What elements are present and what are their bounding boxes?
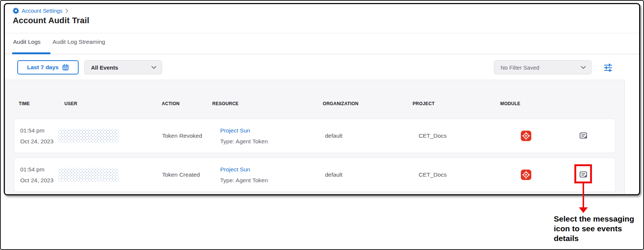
col-header-user: USER bbox=[64, 101, 78, 106]
target-module-icon bbox=[521, 170, 531, 180]
events-dropdown-value: All Events bbox=[91, 64, 151, 71]
date-range-button[interactable]: Last 7 days bbox=[17, 60, 79, 74]
tab-audit-logs[interactable]: Audit Logs bbox=[13, 39, 40, 52]
audit-log-table: TIME USER ACTION RESOURCE ORGANIZATION P… bbox=[5, 80, 625, 194]
message-icon[interactable] bbox=[579, 131, 588, 140]
table-row: 01:54 pm Oct 24, 2023 Token Revoked Proj… bbox=[14, 119, 616, 153]
table-header-row: TIME USER ACTION RESOURCE ORGANIZATION P… bbox=[5, 101, 625, 108]
annotation-caption: Select the messaging icon to see events … bbox=[554, 214, 634, 243]
annotation-line: Select the messaging bbox=[554, 214, 634, 224]
screenshot-canvas: Account Settings Account Audit Trail Aud… bbox=[0, 0, 644, 250]
resource-cell: Project Sun Type: Agent Token bbox=[220, 164, 268, 186]
saved-filter-dropdown-value: No Filter Saved bbox=[501, 64, 581, 71]
project-cell: CET_Docs bbox=[419, 132, 447, 139]
breadcrumb-link[interactable]: Account Settings bbox=[22, 8, 63, 14]
tabs-divider bbox=[5, 54, 639, 54]
resource-type: Type: Agent Token bbox=[220, 136, 268, 147]
date-range-label: Last 7 days bbox=[27, 64, 58, 71]
annotation-arrow bbox=[583, 183, 584, 208]
time-value: 01:54 pm bbox=[20, 164, 54, 175]
annotation-line: icon to see events bbox=[554, 224, 634, 234]
gear-icon bbox=[13, 7, 19, 14]
screenshot-frame: Account Settings Account Audit Trail Aud… bbox=[4, 3, 640, 195]
col-header-time: TIME bbox=[19, 101, 30, 106]
filter-sliders-icon[interactable] bbox=[603, 63, 613, 73]
col-header-organization: ORGANIZATION bbox=[323, 101, 358, 106]
col-header-resource: RESOURCE bbox=[212, 101, 239, 106]
user-redacted bbox=[58, 129, 118, 143]
col-header-project: PROJECT bbox=[413, 101, 435, 106]
action-cell: Token Revoked bbox=[162, 132, 202, 139]
annotation-line: details bbox=[554, 234, 634, 243]
chevron-down-icon bbox=[151, 66, 157, 69]
user-redacted bbox=[58, 168, 118, 182]
time-value: 01:54 pm bbox=[20, 125, 54, 136]
col-header-action: ACTION bbox=[162, 101, 180, 106]
chevron-right-icon bbox=[65, 9, 68, 13]
col-header-module: MODULE bbox=[484, 101, 537, 106]
resource-link[interactable]: Project Sun bbox=[220, 125, 268, 136]
organization-cell: default bbox=[325, 132, 343, 139]
time-cell: 01:54 pm Oct 24, 2023 bbox=[20, 164, 54, 186]
action-cell: Token Created bbox=[162, 171, 200, 178]
header-divider bbox=[5, 33, 639, 33]
calendar-icon bbox=[62, 64, 69, 71]
tab-audit-log-streaming[interactable]: Audit Log Streaming bbox=[52, 39, 105, 52]
chevron-down-icon bbox=[581, 66, 586, 69]
project-cell: CET_Docs bbox=[419, 171, 447, 178]
resource-cell: Project Sun Type: Agent Token bbox=[220, 125, 268, 147]
breadcrumb[interactable]: Account Settings bbox=[13, 7, 68, 14]
annotation-arrowhead-icon bbox=[579, 207, 588, 213]
resource-link[interactable]: Project Sun bbox=[220, 164, 268, 175]
date-value: Oct 24, 2023 bbox=[20, 175, 54, 186]
organization-cell: default bbox=[325, 171, 343, 178]
annotation-highlight-box bbox=[574, 164, 592, 183]
table-row: 01:54 pm Oct 24, 2023 Token Created Proj… bbox=[14, 158, 616, 192]
time-cell: 01:54 pm Oct 24, 2023 bbox=[20, 125, 54, 147]
active-tab-underline bbox=[12, 52, 51, 54]
tab-bar: Audit Logs Audit Log Streaming bbox=[13, 39, 105, 52]
resource-type: Type: Agent Token bbox=[220, 175, 268, 186]
events-dropdown[interactable]: All Events bbox=[84, 60, 162, 74]
page-title: Account Audit Trail bbox=[13, 16, 89, 25]
date-value: Oct 24, 2023 bbox=[20, 136, 54, 147]
target-module-icon bbox=[521, 131, 531, 141]
saved-filter-dropdown[interactable]: No Filter Saved bbox=[494, 60, 592, 74]
